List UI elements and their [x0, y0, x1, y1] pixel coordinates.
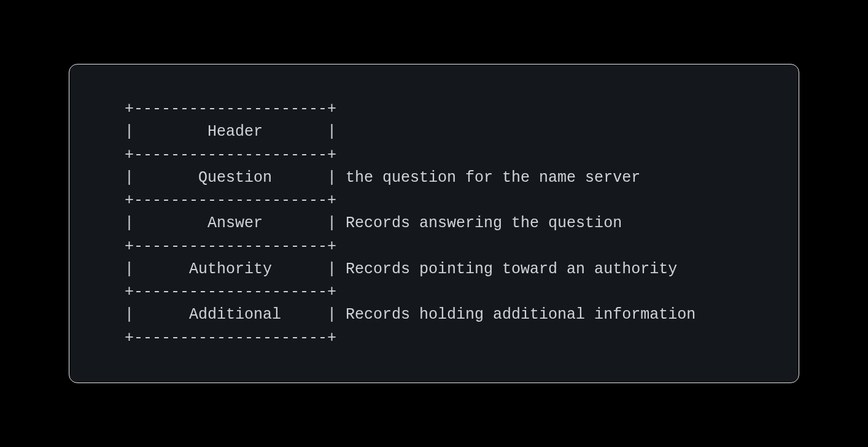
diagram-line: +---------------------+: [125, 192, 336, 209]
diagram-line: +---------------------+: [125, 146, 336, 164]
diagram-line: +---------------------+: [125, 329, 336, 347]
diagram-line: | Additional | Records holding additiona…: [125, 306, 696, 324]
diagram-line: +---------------------+: [125, 100, 336, 118]
ascii-diagram-block: +---------------------+ | Header | +----…: [69, 64, 799, 383]
diagram-line: | Authority | Records pointing toward an…: [125, 260, 677, 278]
diagram-line: +---------------------+: [125, 283, 336, 301]
diagram-line: | Header |: [125, 123, 336, 141]
diagram-line: | Answer | Records answering the questio…: [125, 214, 622, 232]
diagram-line: +---------------------+: [125, 238, 336, 255]
diagram-line: | Question | the question for the name s…: [125, 169, 640, 187]
